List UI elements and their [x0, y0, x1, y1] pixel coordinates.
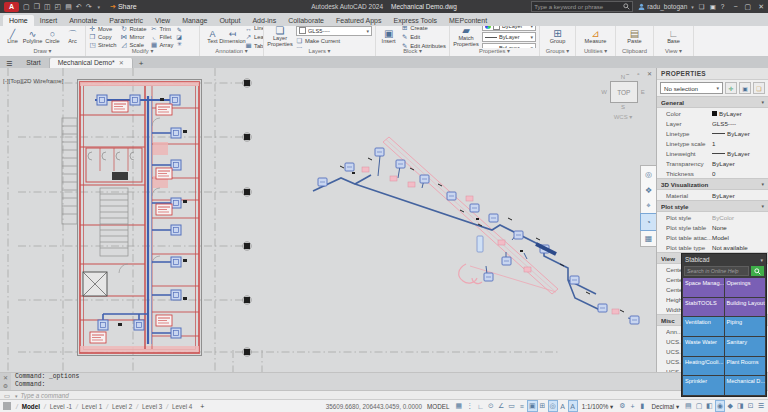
property-row[interactable]: General ▾ [657, 96, 768, 108]
stabicad-module-button[interactable]: Sprinkler [683, 376, 724, 395]
undo-icon[interactable]: ↶ [76, 2, 82, 12]
status-toggle-icon[interactable]: A [559, 401, 567, 411]
layer-tool-button[interactable]: ❏Make Current [296, 37, 372, 45]
ribbon-tab[interactable]: Output [213, 15, 246, 26]
annotation-tool-button[interactable]: ↤Dimension [223, 29, 242, 45]
draw-tool-button[interactable]: ╱Line [3, 29, 22, 45]
block-tool-button[interactable]: ✎Edit [401, 33, 446, 41]
stabicad-module-button[interactable]: StabiTOOLS [683, 298, 724, 317]
viewport-controls-label[interactable]: [-][Top][2D Wireframe] [3, 77, 64, 84]
minimize-button[interactable]: − [733, 3, 737, 10]
nav-tool-icon[interactable]: ◎ [641, 166, 656, 182]
draw-tool-button[interactable]: ⌒Arc [63, 29, 82, 45]
isolate-objects-icon[interactable]: ▮ [638, 401, 646, 411]
property-row[interactable]: Transparency ByLayer ▾ [657, 158, 768, 168]
help-search-input[interactable]: Type a keyword or phrase [531, 1, 633, 12]
modify-tool-button[interactable]: ⋈Mirror [120, 33, 146, 41]
ribbon-tab[interactable]: Insert [34, 15, 64, 26]
status-toggle-icon[interactable]: ∠ [497, 401, 505, 411]
file-tab[interactable]: Start✕ [18, 58, 49, 68]
modify-tool-button[interactable]: ✂Trim [150, 26, 173, 33]
layout-tab[interactable]: /Level -1 [42, 403, 74, 410]
ribbon-tab[interactable]: View [149, 15, 176, 26]
panel-label-utilities[interactable]: Utilities ▾ [576, 48, 615, 56]
close-tab-icon[interactable]: ✕ [119, 59, 124, 66]
ribbon-tab[interactable]: Parametric [103, 15, 149, 26]
stabicad-module-button[interactable]: Plant Rooms [725, 357, 766, 376]
file-tab[interactable]: Mechanical Demo*✕ [50, 58, 133, 68]
status-toggle-icon[interactable]: ▭ [507, 401, 516, 411]
object-color-dropdown[interactable]: ByLayer▾ [482, 26, 536, 31]
measure-button[interactable]: ⊿Measure [583, 29, 609, 45]
select-objects-icon[interactable]: ▣ [739, 82, 751, 94]
property-row[interactable]: Linetype ByLayer ▾ [657, 128, 768, 138]
close-command-history-icon[interactable]: ✕ [3, 374, 8, 381]
qat-dropdown-icon[interactable]: ▾ [98, 2, 101, 12]
app-menu-button[interactable]: A [4, 2, 19, 12]
drawing-canvas[interactable]: [-][Top][2D Wireframe] N W TOP E S WCS ▾… [0, 68, 656, 372]
ribbon-tab[interactable]: Home [3, 15, 34, 26]
plus-icon[interactable]: + [628, 401, 636, 411]
draw-tool-button[interactable]: ∿Polyline [23, 29, 42, 45]
property-row[interactable]: Lineweight ByLayer ▾ [657, 148, 768, 158]
status-toggle-icon[interactable]: ◎ [549, 401, 557, 411]
toggle-pickadd-icon[interactable]: ✛ [725, 82, 737, 94]
layer-select-dropdown[interactable]: GLS5----▾ [296, 26, 372, 36]
selection-dropdown[interactable]: No selection▾ [660, 82, 723, 94]
insert-block-button[interactable]: ▣Insert [379, 29, 398, 45]
modify-tool-button[interactable]: ↻Rotate [120, 26, 146, 33]
property-row[interactable]: Plot style table None ▾ [657, 222, 768, 232]
layout-tab[interactable]: /Model [14, 403, 42, 410]
status-toggle-icon[interactable]: ≡ [518, 401, 526, 411]
modify-tool-button[interactable]: ◳Stretch [89, 41, 116, 48]
wcs-dropdown[interactable]: WCS ▾ [594, 113, 652, 120]
viewcube-west[interactable]: W [601, 89, 607, 95]
nav-tool-icon[interactable]: ◔ [641, 214, 656, 230]
status-tool-icon[interactable]: ▤ [684, 401, 693, 411]
ribbon-tab[interactable]: Annotate [63, 15, 103, 26]
close-button[interactable]: ✕ [758, 3, 764, 11]
customization-menu-icon[interactable]: ☰ [757, 401, 765, 411]
property-row[interactable]: Color ByLayer ▾ [657, 108, 768, 118]
status-tool-icon[interactable]: ◨ [736, 401, 745, 411]
status-toggle-icon[interactable]: ∟ [476, 401, 485, 411]
panel-label-view[interactable]: View ▾ [654, 48, 693, 56]
modify-tool-button[interactable]: ▦Array [150, 41, 173, 48]
property-row[interactable]: Plot style ▾ [657, 200, 768, 212]
stabicad-module-button[interactable]: Heating/Cooli... [683, 357, 724, 376]
apps-icon[interactable]: ▣ [710, 2, 716, 12]
status-toggle-icon[interactable]: ⋮ [465, 401, 474, 411]
panel-label-block[interactable]: Block ▾ [376, 48, 449, 56]
nav-tool-icon[interactable]: ❖ [641, 182, 656, 198]
panel-label-clipboard[interactable]: Clipboard [616, 48, 653, 56]
paste-button[interactable]: ▤Paste [622, 29, 648, 45]
stabicad-module-button[interactable]: Waste Water [683, 337, 724, 356]
layer-properties-button[interactable]: ❏Layer Properties [267, 26, 293, 48]
stabicad-module-button[interactable]: Sanitary [725, 337, 766, 356]
new-drawing-button[interactable]: + [133, 59, 150, 68]
file-tab-menu-icon[interactable]: ☰ [0, 60, 18, 68]
base-view-button[interactable]: ∟Base [661, 29, 687, 45]
nav-tool-icon[interactable]: ⌖ [641, 198, 656, 214]
collapse-section-icon[interactable]: ▾ [761, 181, 764, 187]
plot-icon[interactable]: ▤ [65, 2, 72, 12]
ribbon-tab[interactable]: MEPcontent [443, 15, 493, 26]
ribbon-tab[interactable]: Collaborate [282, 15, 330, 26]
modify-extra-button[interactable]: ✳ [176, 41, 182, 47]
units-dropdown[interactable]: Decimal ▾ [648, 403, 682, 410]
stabicad-module-button[interactable]: Openings [725, 278, 766, 297]
ribbon-tab[interactable]: Add-ins [246, 15, 282, 26]
property-row[interactable]: Plot table type Not available ▾ [657, 242, 768, 252]
save-as-icon[interactable]: ◰ [55, 2, 62, 12]
collapse-section-icon[interactable]: ▾ [761, 99, 764, 105]
stabicad-header[interactable]: Stabicad▾ [682, 254, 766, 265]
nav-tool-icon[interactable]: ▦ [641, 230, 656, 246]
status-toggle-icon[interactable]: ⊙ [487, 401, 495, 411]
modify-tool-button[interactable]: ✛Move [89, 26, 116, 33]
property-row[interactable]: Layer GLS5---- ▾ [657, 118, 768, 128]
account-menu[interactable]: radu_botogan▾ [638, 3, 694, 10]
property-row[interactable]: Plot table attac... Model ▾ [657, 232, 768, 242]
status-tool-icon[interactable]: ⊡ [747, 401, 755, 411]
panel-label-modify[interactable]: Modify ▾ [86, 48, 199, 56]
save-icon[interactable]: ◫ [44, 2, 51, 12]
